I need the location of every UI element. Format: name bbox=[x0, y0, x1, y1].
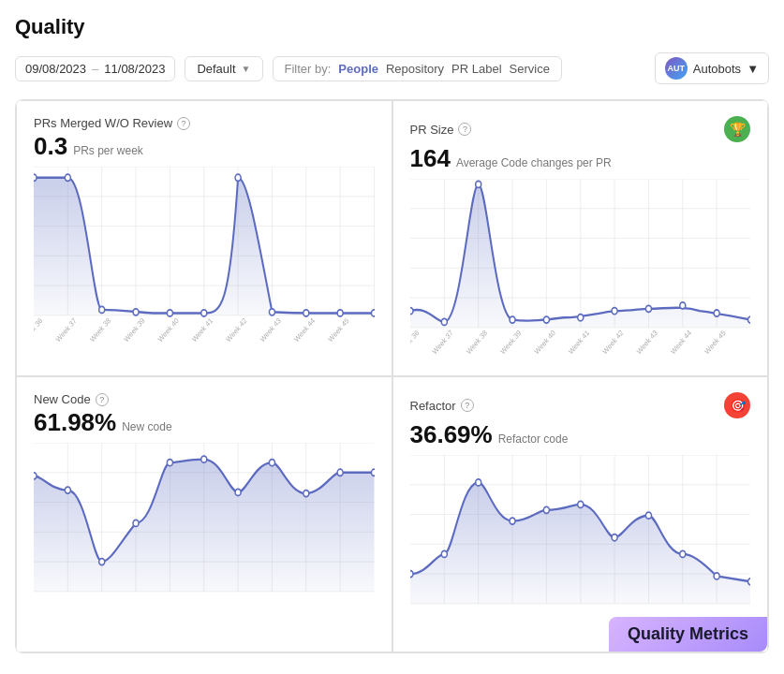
filter-item-pr-label[interactable]: PR Label bbox=[451, 62, 501, 76]
svg-point-21 bbox=[201, 310, 207, 316]
card-header-refactor: Refactor ? 🎯 bbox=[410, 392, 751, 418]
chart-new-code: New Code ? 61.98% New code bbox=[16, 376, 392, 652]
svg-point-23 bbox=[269, 309, 274, 315]
date-start: 09/08/2023 bbox=[25, 62, 86, 76]
svg-point-105 bbox=[201, 456, 207, 462]
svg-point-59 bbox=[441, 318, 447, 325]
svg-point-60 bbox=[475, 181, 481, 187]
filter-item-service[interactable]: Service bbox=[510, 62, 550, 76]
svg-text:Week 38: Week 38 bbox=[465, 329, 488, 357]
svg-point-109 bbox=[337, 469, 343, 476]
svg-text:Week 44: Week 44 bbox=[669, 328, 693, 356]
svg-point-66 bbox=[679, 302, 685, 309]
chart-area-prsize: Week 36 Week 37 Week 38 Week 39 Week 40 … bbox=[410, 179, 751, 366]
svg-point-132 bbox=[410, 571, 413, 578]
svg-point-25 bbox=[337, 310, 343, 316]
date-range[interactable]: 09/08/2023 – 11/08/2023 bbox=[15, 56, 175, 81]
page-container: Quality 09/08/2023 – 11/08/2023 Default … bbox=[0, 0, 784, 668]
chart-area-newcode: 100% 80% 60% 40% 20% 0% bbox=[34, 443, 375, 630]
metric-value-newcode: 61.98% New code bbox=[34, 408, 375, 437]
svg-point-26 bbox=[371, 310, 374, 316]
svg-point-63 bbox=[577, 315, 583, 321]
help-icon-prs[interactable]: ? bbox=[177, 117, 190, 130]
svg-point-65 bbox=[645, 305, 651, 312]
svg-point-142 bbox=[747, 579, 750, 585]
chart-area-prs: Week 36 Week 37 Week 38 Week 39 Week 40 … bbox=[34, 167, 375, 354]
svg-text:Week 37: Week 37 bbox=[54, 316, 78, 344]
chevron-down-icon: ▼ bbox=[242, 64, 251, 74]
svg-text:Week 43: Week 43 bbox=[635, 329, 658, 357]
svg-text:Week 43: Week 43 bbox=[259, 316, 282, 344]
line-chart-newcode: 100% 80% 60% 40% 20% 0% bbox=[34, 443, 375, 630]
card-header-prs: PRs Merged W/O Review ? bbox=[34, 116, 375, 130]
svg-text:Week 37: Week 37 bbox=[430, 329, 453, 357]
help-icon-newcode[interactable]: ? bbox=[96, 393, 109, 406]
svg-point-17 bbox=[65, 174, 70, 181]
chart-area-refactor: 100% 80% 60% 40% 20% 0% bbox=[410, 455, 751, 642]
svg-text:Week 44: Week 44 bbox=[292, 315, 317, 344]
svg-point-67 bbox=[714, 310, 719, 316]
svg-point-104 bbox=[167, 460, 172, 466]
svg-text:Week 36: Week 36 bbox=[34, 316, 44, 344]
quality-metrics-banner: Quality Metrics bbox=[609, 617, 767, 652]
card-title-refactor: Refactor ? bbox=[410, 399, 474, 413]
svg-point-140 bbox=[679, 550, 685, 557]
card-header-prsize: PR Size ? 🏆 bbox=[410, 116, 751, 142]
help-icon-refactor[interactable]: ? bbox=[461, 399, 474, 412]
svg-text:Week 38: Week 38 bbox=[88, 316, 111, 344]
chart-prs-merged: PRs Merged W/O Review ? 0.3 PRs per week bbox=[16, 100, 392, 376]
svg-point-68 bbox=[747, 316, 750, 323]
svg-text:Week 41: Week 41 bbox=[567, 329, 590, 357]
svg-point-133 bbox=[441, 550, 447, 557]
svg-text:Week 40: Week 40 bbox=[533, 329, 556, 357]
svg-point-102 bbox=[99, 559, 105, 565]
avatar: AUT bbox=[665, 57, 688, 80]
svg-text:Week 41: Week 41 bbox=[190, 316, 214, 344]
line-chart-refactor: 100% 80% 60% 40% 20% 0% bbox=[410, 455, 751, 642]
date-separator: – bbox=[92, 62, 98, 76]
default-dropdown[interactable]: Default ▼ bbox=[185, 56, 262, 81]
svg-point-101 bbox=[65, 487, 70, 493]
svg-point-61 bbox=[510, 316, 515, 323]
chart-pr-size: PR Size ? 🏆 164 Average Code changes per… bbox=[392, 100, 769, 376]
svg-point-134 bbox=[475, 479, 481, 486]
metric-value-prsize: 164 Average Code changes per PR bbox=[410, 144, 751, 173]
svg-text:Week 39: Week 39 bbox=[123, 316, 146, 344]
svg-point-107 bbox=[269, 460, 274, 466]
filter-item-people[interactable]: People bbox=[338, 62, 378, 76]
page-title: Quality bbox=[15, 15, 769, 39]
filter-item-repository[interactable]: Repository bbox=[386, 62, 444, 76]
chart-refactor: Refactor ? 🎯 36.69% Refactor code bbox=[392, 376, 769, 652]
svg-point-16 bbox=[34, 174, 37, 181]
svg-point-64 bbox=[612, 308, 617, 315]
svg-point-139 bbox=[645, 512, 651, 519]
filter-label: Filter by: bbox=[285, 62, 332, 76]
metric-value-prs: 0.3 PRs per week bbox=[34, 132, 375, 161]
date-end: 11/08/2023 bbox=[104, 62, 165, 76]
svg-point-136 bbox=[543, 506, 549, 513]
line-chart-prsize: Week 36 Week 37 Week 38 Week 39 Week 40 … bbox=[410, 179, 751, 366]
target-badge: 🎯 bbox=[724, 392, 750, 418]
user-badge[interactable]: AUT Autobots ▼ bbox=[655, 52, 769, 84]
svg-point-19 bbox=[133, 309, 139, 315]
toolbar: 09/08/2023 – 11/08/2023 Default ▼ Filter… bbox=[15, 52, 769, 84]
card-header-newcode: New Code ? bbox=[34, 392, 375, 406]
svg-point-106 bbox=[235, 489, 241, 495]
svg-point-24 bbox=[303, 310, 309, 316]
filter-by-bar: Filter by: People Repository PR Label Se… bbox=[273, 56, 562, 81]
line-chart-prs: Week 36 Week 37 Week 38 Week 39 Week 40 … bbox=[34, 167, 375, 354]
svg-point-110 bbox=[371, 469, 374, 476]
metric-value-refactor: 36.69% Refactor code bbox=[410, 420, 751, 449]
card-title-prs: PRs Merged W/O Review ? bbox=[34, 116, 190, 130]
card-title-newcode: New Code ? bbox=[34, 392, 109, 406]
svg-point-103 bbox=[133, 520, 139, 526]
svg-text:Week 39: Week 39 bbox=[498, 329, 522, 357]
avatar-initials: AUT bbox=[668, 64, 686, 73]
chevron-down-icon: ▼ bbox=[747, 62, 759, 76]
svg-point-18 bbox=[99, 306, 105, 313]
svg-text:Week 45: Week 45 bbox=[327, 316, 350, 344]
dropdown-label: Default bbox=[197, 62, 235, 76]
svg-text:Week 36: Week 36 bbox=[410, 329, 421, 357]
help-icon-prsize[interactable]: ? bbox=[458, 123, 471, 136]
svg-point-137 bbox=[577, 501, 583, 507]
